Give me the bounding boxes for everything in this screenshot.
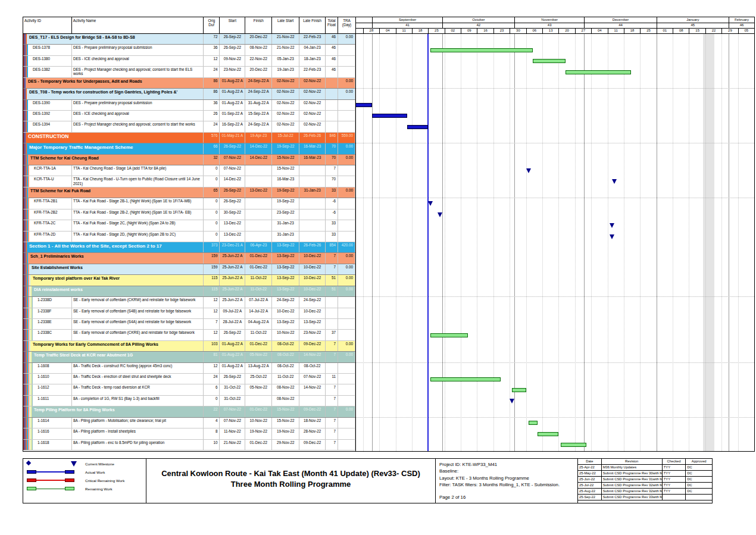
- activity-lstart-cell: 08-Nov-22: [272, 396, 299, 406]
- activity-id-cell: 1-2338F: [33, 308, 72, 318]
- revision-cell: TYY: [663, 489, 686, 494]
- legend-item-current-milestone: Current Milestone: [26, 460, 143, 467]
- timeline-period-number: 43: [514, 23, 584, 28]
- section-tfloat-cell: 33: [326, 187, 338, 198]
- activity-lfinish-cell: 18-Nov-22: [299, 418, 326, 428]
- activity-dur-cell: 12: [204, 297, 220, 307]
- activity-lfinish-cell: [299, 231, 326, 242]
- section-row: Temp Piling Platform for 8A Piling Works…: [23, 406, 355, 417]
- section-row: Major Temporary Traffic Management Schem…: [23, 143, 355, 154]
- section-dur-cell: 115: [204, 286, 220, 296]
- section-start-cell: 01-Aug-22 A: [220, 352, 245, 362]
- activity-name-cell: TTA - Kai Cheung Road - Stage 1A (add TT…: [72, 165, 204, 176]
- section-title: DES_T08 - Temp works for construction of…: [27, 89, 204, 99]
- section-title: Sch_1 Preliminaries Works: [28, 253, 204, 263]
- schedule-sheet: Activity ID Activity Name Orig Dur Start…: [23, 17, 755, 452]
- revision-header-revision: Revision: [602, 459, 663, 464]
- timeline-week-label: [356, 28, 363, 33]
- section-row: Section 1 - All the Works of the Site, e…: [23, 242, 355, 253]
- revision-cell: [663, 495, 686, 500]
- activity-tfloat-cell: 7: [326, 384, 338, 395]
- section-lstart-cell: 02-Nov-22: [272, 78, 299, 88]
- week-gridline: [705, 34, 706, 451]
- activity-name-cell: 8A - Traffic Deck - erection of steel st…: [72, 374, 204, 384]
- section-title: CONSTRUCTION: [26, 133, 204, 143]
- activity-row: 1-2338FSE - Early removal of cofferdam (…: [23, 308, 355, 319]
- gantt-bar-remaining: [430, 333, 468, 337]
- activity-start-cell: 23-Nov-22: [220, 67, 245, 77]
- activity-tfloat-cell: [326, 297, 338, 307]
- section-dur-cell: 66: [204, 143, 220, 154]
- section-lfinish-cell: 22-Feb-23: [299, 34, 326, 44]
- col-header-finish: Finish: [245, 17, 272, 33]
- activity-name-cell: 8A - Traffic Deck - temp road diversion …: [72, 384, 204, 395]
- activity-row: KCR-TTA-1ATTA - Kai Cheung Road - Stage …: [23, 165, 355, 176]
- activity-dur-cell: 6: [204, 384, 220, 395]
- activity-lstart-cell: 05-Jan-23: [272, 56, 299, 66]
- timeline-week-label: 29: [721, 28, 738, 33]
- section-lfinish-cell: 14-Nov-22: [299, 352, 326, 362]
- activity-finish-cell: 15-Sep-22 A: [245, 111, 272, 121]
- activity-finish-cell: 04-Aug-22 A: [245, 319, 272, 329]
- section-dur-cell: 32: [204, 155, 220, 165]
- activity-finish-cell: [245, 198, 272, 208]
- section-start-cell: 01-Aug-22 A: [220, 89, 245, 99]
- activity-tfloat-cell: 11: [326, 374, 338, 384]
- section-title: DES - Temporary Works for Underpasses, A…: [26, 78, 204, 88]
- section-finish-cell: 19-Apr-23: [245, 133, 272, 143]
- section-tra-cell: 0.00: [338, 155, 355, 165]
- activity-dur-cell: 24: [204, 121, 220, 132]
- activity-row: 1-16168A - Piling platform - Install she…: [23, 428, 355, 439]
- activity-tra-cell: [338, 209, 355, 220]
- activity-row: 1-16188A - Piling platform - exc to 8.5m…: [23, 440, 355, 450]
- activity-lfinish-cell: [299, 176, 326, 186]
- timeline-month-label: November: [514, 17, 584, 23]
- activity-name-cell: 8A - completion of 1G, RW S1 (Bay 1-3) a…: [72, 396, 204, 406]
- revision-cell: 25-Aug-22: [578, 489, 602, 494]
- activity-tra-cell: [338, 121, 355, 132]
- section-lfinish-cell: 26-Feb-26: [299, 242, 326, 252]
- activity-tfloat-cell: 7: [326, 428, 338, 439]
- section-finish-cell: 01-Dec-22: [245, 406, 272, 417]
- activity-tra-cell: [338, 67, 355, 77]
- timeline-month-label: February: [729, 17, 754, 23]
- activity-name-cell: 8A - Piling platform - Install sheetpile…: [72, 428, 204, 439]
- revision-cell: DC: [686, 477, 712, 482]
- section-title: Site Establishment Works: [29, 264, 204, 274]
- activity-tfloat-cell: [326, 308, 338, 318]
- activity-name-cell: SE - Early removal of cofferdam (S4A) an…: [72, 319, 204, 329]
- activity-lstart-cell: 21-Nov-22: [272, 45, 299, 55]
- revision-cell: 25-Jun-22: [578, 477, 602, 482]
- timeline-week-label: 02: [445, 28, 461, 33]
- activity-tfloat-cell: 7: [326, 165, 338, 176]
- week-gridline: [721, 34, 722, 451]
- project-info-box: Project ID: KTE-WP33_M41 Baseline: Layou…: [435, 458, 578, 503]
- revision-row: 25-Jul-22Submit CSD Programme Rev 32with…: [578, 483, 712, 489]
- activity-finish-cell: [245, 396, 272, 406]
- activity-finish-cell: [245, 165, 272, 176]
- week-gridline: [640, 34, 641, 451]
- section-lstart-cell: 13-Sep-22: [272, 275, 299, 285]
- activity-tra-cell: [338, 308, 355, 318]
- gantt-bar-remaining: [566, 70, 631, 74]
- current-milestone-icon: [26, 461, 85, 467]
- section-finish-cell: 14-Dec-22: [245, 143, 272, 154]
- section-start-cell: 07-Nov-22: [220, 155, 245, 165]
- activity-start-cell: 13-Dec-22: [220, 231, 245, 242]
- activity-finish-cell: 01-Dec-22: [245, 440, 272, 450]
- activity-tra-cell: [338, 220, 355, 230]
- activity-row: DES-1378DES - Prepare preliminary propos…: [23, 45, 355, 55]
- week-gridline: [493, 34, 494, 451]
- activity-lstart-cell: 11-Oct-22: [272, 374, 299, 384]
- legend-label: Actual Work: [85, 470, 105, 474]
- gantt-bar-actual: [372, 114, 407, 118]
- section-lstart-cell: 13-Sep-22: [272, 253, 299, 263]
- week-gridline: [558, 34, 559, 451]
- activity-name-cell: SE - Early removal of cofferdam (CKRE) a…: [72, 330, 204, 340]
- activity-lstart-cell: 23-Sep-22: [272, 209, 299, 220]
- activity-tfloat-cell: -6: [326, 198, 338, 208]
- activity-lstart-cell: 19-Sep-22: [272, 198, 299, 208]
- timeline-week-label: 20: [558, 28, 574, 33]
- week-gridline: [624, 34, 624, 451]
- timeline-week-label: 27: [575, 28, 591, 33]
